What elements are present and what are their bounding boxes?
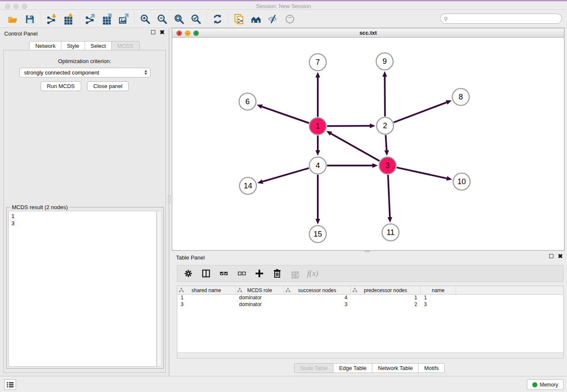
edge-arrowhead [370, 124, 375, 128]
open-folder-icon[interactable] [4, 12, 21, 26]
memory-label: Memory [540, 382, 558, 388]
run-mcds-button[interactable]: Run MCDS [41, 81, 81, 91]
memory-button[interactable]: Memory [527, 379, 564, 390]
graph-edge-1-2[interactable] [327, 126, 370, 126]
table-cell[interactable]: 3 [421, 301, 456, 308]
column-header-name[interactable]: name [421, 286, 456, 294]
toolbar-separator [79, 13, 79, 25]
table-cell[interactable]: 3 [177, 301, 236, 308]
show-panels-button[interactable] [4, 379, 16, 390]
graph-edge-2-3[interactable] [385, 135, 386, 150]
graph-edge-1-6[interactable] [262, 107, 309, 123]
tab-style[interactable]: Style [61, 41, 85, 51]
graph-edge-3-10[interactable] [396, 168, 446, 179]
table-cell[interactable]: 3 [284, 301, 351, 308]
table-cell[interactable]: 1 [351, 295, 421, 301]
mcds-result-item[interactable]: 1 [11, 213, 154, 220]
edge-arrowhead [384, 150, 389, 156]
edge-arrowhead [316, 72, 320, 77]
toolbar-separator [40, 13, 41, 25]
edge-arrowhead [446, 176, 452, 181]
import-network-icon[interactable] [43, 12, 60, 26]
select-all-icon[interactable] [218, 268, 230, 279]
graph-edge-2-9[interactable] [385, 77, 385, 116]
delete-row-icon[interactable] [271, 268, 283, 279]
table-cell[interactable]: 1 [177, 295, 236, 301]
edge-arrowhead [372, 163, 378, 168]
export-image-icon[interactable] [115, 12, 132, 26]
mcds-result-scrollbar[interactable] [157, 211, 162, 367]
save-session-icon[interactable] [21, 12, 38, 26]
network-canvas[interactable]: 7968124314101511 [173, 38, 564, 250]
app-titlebar: Session: New Session [0, 0, 567, 10]
table-scrollbar-track[interactable] [177, 352, 563, 358]
graph-edge-4-14[interactable] [263, 168, 309, 182]
table-cell[interactable]: 4 [284, 295, 351, 301]
node-label-8: 8 [459, 93, 463, 101]
graph-edge-3-11[interactable] [388, 175, 390, 217]
node-label-3: 3 [385, 161, 390, 170]
tab-network[interactable]: Network [29, 41, 61, 51]
close-panel-button[interactable]: Close panel [87, 81, 129, 91]
graph-edge-3-1[interactable] [331, 134, 379, 161]
show-graphics-details-icon[interactable] [264, 12, 281, 26]
edge-arrowhead [388, 217, 392, 223]
new-network-from-selection-icon[interactable] [231, 12, 248, 26]
zoom-in-icon[interactable] [137, 12, 154, 26]
optimization-criterion-value: strongly connected component [24, 69, 99, 76]
table-row[interactable]: 1dominator411 [177, 295, 563, 301]
tab-select[interactable]: Select [85, 41, 112, 51]
list-icon [6, 381, 14, 388]
node-label-14: 14 [244, 182, 252, 190]
table-tab-motifs[interactable]: Motifs [418, 363, 445, 373]
search-input[interactable] [450, 16, 556, 22]
import-table-icon[interactable] [60, 12, 77, 26]
gear-icon[interactable] [182, 268, 194, 279]
table-toolbar: f(x) [177, 265, 564, 282]
close-panel-icon[interactable]: ✖ [160, 30, 165, 34]
column-header-shared-name[interactable]: shared name [177, 286, 236, 294]
table-cell[interactable]: dominator [236, 301, 284, 308]
export-table-icon[interactable] [98, 12, 115, 26]
hide-panel-eye-icon[interactable] [281, 12, 298, 26]
table-row[interactable]: 3dominator323 [177, 301, 563, 308]
mcds-result-item[interactable]: 3 [11, 220, 154, 227]
tab-mcds[interactable]: MCDS [112, 41, 139, 51]
close-table-panel-icon[interactable]: ✖ [558, 254, 563, 258]
graph-edge-2-8[interactable] [394, 102, 447, 122]
table-cell[interactable]: 1 [421, 295, 456, 301]
network-window-title: scc.txt [172, 30, 564, 36]
node-label-2: 2 [383, 121, 387, 130]
export-network-icon[interactable] [81, 12, 98, 26]
mcds-result-group: MCDS result (2 nodes) 13 [6, 207, 164, 369]
table-tab-edge-table[interactable]: Edge Table [333, 363, 372, 373]
apply-layout-icon[interactable] [209, 12, 226, 26]
table-tabs: Node TableEdge TableNetwork TableMotifs [294, 363, 445, 373]
network-window-titlebar[interactable]: ✕ − + scc.txt [172, 28, 564, 38]
search-box[interactable]: ⚲ [440, 14, 562, 24]
table-cell[interactable]: dominator [236, 295, 284, 301]
float-panel-icon[interactable] [151, 30, 155, 34]
first-neighbors-icon[interactable] [248, 12, 264, 26]
columns-icon[interactable] [200, 268, 212, 279]
zoom-fit-icon[interactable] [171, 12, 187, 26]
table-cell[interactable]: 2 [351, 301, 421, 308]
add-row-icon[interactable] [253, 268, 265, 279]
float-table-panel-icon[interactable] [549, 254, 553, 258]
deselect-all-icon[interactable] [236, 268, 248, 279]
optimization-criterion-select[interactable]: strongly connected component ▲▼ [19, 68, 151, 77]
column-header-predecessor-nodes[interactable]: predecessor nodes [351, 286, 421, 294]
network-view-window: ✕ − + scc.txt 7968124314101511 [172, 28, 564, 251]
vertical-splitter-handle[interactable] [168, 196, 171, 203]
zoom-out-icon[interactable] [154, 12, 171, 26]
mcds-result-title: MCDS result (2 nodes) [10, 204, 69, 210]
function-builder-icon: f(x) [307, 268, 319, 279]
table-tab-node-table[interactable]: Node Table [294, 363, 334, 373]
column-header-MCDS-role[interactable]: MCDS role [236, 286, 284, 294]
table-tab-network-table[interactable]: Network Table [372, 363, 418, 373]
node-label-1: 1 [316, 122, 320, 130]
zoom-selected-icon[interactable] [187, 12, 204, 26]
mcds-result-list[interactable]: 13 [8, 211, 157, 367]
column-header-successor-nodes[interactable]: successor nodes [284, 286, 351, 294]
node-label-6: 6 [245, 97, 250, 106]
